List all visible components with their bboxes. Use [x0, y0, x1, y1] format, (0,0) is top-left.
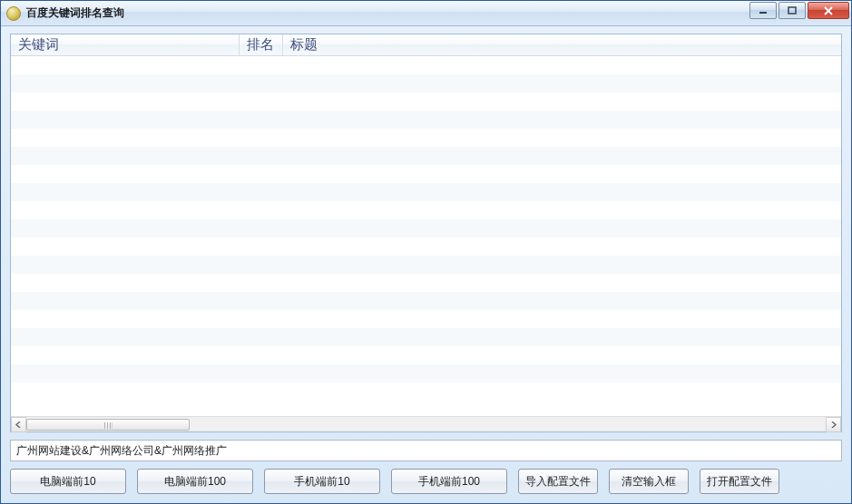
column-rank[interactable]: 排名 [240, 34, 283, 55]
column-keyword[interactable]: 关键词 [11, 34, 240, 55]
listview-header: 关键词 排名 标题 [11, 34, 841, 56]
maximize-button[interactable] [779, 2, 806, 19]
open-config-button[interactable]: 打开配置文件 [700, 469, 779, 494]
scroll-right-button[interactable] [826, 417, 841, 432]
horizontal-scrollbar[interactable] [11, 416, 841, 431]
mobile-top10-button[interactable]: 手机端前10 [264, 469, 380, 494]
client-area: 关键词 排名 标题 电脑端前10 电脑端前100 手机 [1, 26, 851, 503]
minimize-button[interactable] [749, 2, 777, 19]
mobile-top100-button[interactable]: 手机端前100 [391, 469, 507, 494]
window-title: 百度关键词排名查询 [26, 5, 124, 21]
svg-rect-0 [759, 12, 767, 14]
scroll-left-button[interactable] [11, 417, 26, 432]
app-icon [6, 6, 21, 21]
button-bar: 电脑端前10 电脑端前100 手机端前10 手机端前100 导入配置文件 清空输… [10, 469, 842, 494]
window-controls [749, 2, 849, 19]
column-title[interactable]: 标题 [283, 34, 841, 55]
chevron-right-icon [830, 422, 837, 428]
listview-inner: 关键词 排名 标题 [11, 34, 841, 416]
minimize-icon [759, 6, 768, 15]
keywords-input-wrap [10, 440, 842, 461]
results-listview: 关键词 排名 标题 [10, 34, 842, 432]
svg-rect-1 [788, 7, 796, 14]
pc-top100-button[interactable]: 电脑端前100 [137, 469, 253, 494]
close-icon [823, 6, 834, 15]
pc-top10-button[interactable]: 电脑端前10 [10, 469, 126, 494]
listview-body[interactable] [11, 56, 841, 400]
clear-input-button[interactable]: 清空输入框 [609, 469, 689, 494]
import-config-button[interactable]: 导入配置文件 [518, 469, 598, 494]
chevron-left-icon [15, 422, 22, 428]
keywords-input[interactable] [11, 441, 841, 460]
close-button[interactable] [808, 2, 849, 19]
maximize-icon [788, 6, 797, 15]
titlebar[interactable]: 百度关键词排名查询 [1, 1, 851, 26]
application-window: 百度关键词排名查询 关键词 排名 标题 [0, 0, 852, 504]
scroll-thumb[interactable] [26, 419, 190, 431]
